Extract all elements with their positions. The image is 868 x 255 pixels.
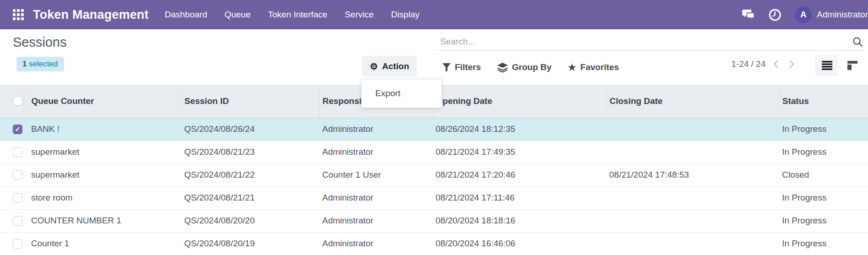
row-checkbox[interactable] [13, 193, 22, 203]
cell-responsible[interactable]: Administrator [319, 186, 432, 209]
row-checkbox-cell [0, 209, 24, 232]
table-body: BANK ! QS/2024/08/26/24 Administrator 08… [0, 118, 868, 255]
nav-item-display[interactable]: Display [383, 0, 428, 29]
app-title[interactable]: Token Management [33, 8, 149, 22]
table-row[interactable]: Counter 1 QS/2024/08/20/19 Administrator… [0, 232, 868, 255]
selected-label: selected [29, 60, 58, 68]
select-all-checkbox[interactable] [13, 96, 22, 106]
cell-session-id[interactable]: QS/2024/08/21/23 [181, 141, 319, 163]
column-header-closing-date[interactable]: Closing Date [606, 85, 779, 118]
cell-queue-counter[interactable]: COUNTER NUMBER 1 [24, 209, 181, 232]
apps-grid-icon[interactable] [13, 9, 24, 20]
cell-responsible[interactable]: Administrator [319, 209, 432, 232]
cell-opening-date[interactable]: 08/21/2024 17:11:46 [432, 186, 606, 209]
user-menu[interactable]: Administrator [817, 10, 868, 20]
apps-grid-glyph [13, 9, 24, 20]
cell-closing-date[interactable]: 08/21/2024 17:48:53 [606, 163, 779, 186]
list-view-button[interactable] [815, 55, 839, 76]
favorites-label: Favorites [580, 62, 619, 72]
pager-previous-button[interactable] [771, 59, 781, 70]
cell-session-id[interactable]: QS/2024/08/21/22 [181, 163, 319, 186]
cell-queue-counter[interactable]: BANK ! [24, 118, 181, 141]
chevron-left-icon [772, 60, 780, 69]
cell-closing-date[interactable] [606, 232, 779, 255]
nav-item-dashboard[interactable]: Dashboard [156, 0, 216, 29]
kanban-view-button[interactable] [841, 55, 864, 76]
cell-status[interactable]: In Progress [779, 232, 868, 255]
row-checkbox-cell [0, 118, 24, 141]
table-row[interactable]: store room QS/2024/08/21/21 Administrato… [0, 186, 868, 209]
cell-status[interactable]: Closed [779, 163, 868, 186]
cell-closing-date[interactable] [606, 186, 779, 209]
cell-opening-date[interactable]: 08/26/2024 18:12:35 [432, 118, 606, 141]
table-row[interactable]: supermarket QS/2024/08/21/23 Administrat… [0, 141, 868, 163]
cell-responsible[interactable]: Administrator [319, 118, 432, 141]
star-icon: ★ [568, 63, 576, 72]
selected-count: 1 [22, 60, 27, 68]
activities-clock-icon[interactable] [769, 9, 781, 21]
selected-count-badge: 1 selected [16, 57, 64, 71]
cell-status[interactable]: In Progress [779, 186, 868, 209]
cell-status[interactable]: In Progress [779, 209, 868, 232]
cell-session-id[interactable]: QS/2024/08/20/20 [181, 209, 319, 232]
cell-queue-counter[interactable]: store room [24, 186, 181, 209]
column-header-status[interactable]: Status [779, 85, 868, 118]
cell-opening-date[interactable]: 08/21/2024 17:49:35 [432, 141, 606, 163]
row-checkbox-cell [0, 163, 24, 186]
column-header-session-id[interactable]: Session ID [181, 85, 319, 118]
column-header-queue-counter[interactable]: Queue Counter [24, 85, 181, 118]
layers-icon [497, 63, 508, 72]
app-window: Token Management Dashboard Queue Token I… [0, 0, 868, 255]
cell-opening-date[interactable]: 08/20/2024 16:46:06 [432, 232, 606, 255]
action-button[interactable]: ⚙ Action [362, 56, 417, 76]
cell-opening-date[interactable]: 08/20/2024 18:18:16 [432, 209, 606, 232]
main-menu: Dashboard Queue Token Interface Service … [156, 0, 428, 29]
cell-responsible[interactable]: Counter 1 User [319, 163, 432, 186]
filters-label: Filters [455, 62, 481, 72]
cell-closing-date[interactable] [606, 141, 779, 163]
menu-item-export[interactable]: Export [362, 83, 442, 104]
group-by-button[interactable]: Group By [497, 62, 552, 72]
action-button-label: Action [382, 61, 409, 71]
pager-next-button[interactable] [787, 59, 797, 70]
top-navbar: Token Management Dashboard Queue Token I… [0, 0, 868, 29]
favorites-button[interactable]: ★ Favorites [568, 62, 619, 72]
cell-status[interactable]: In Progress [779, 141, 868, 163]
row-checkbox-cell [0, 141, 24, 163]
row-checkbox[interactable] [13, 125, 22, 134]
cell-session-id[interactable]: QS/2024/08/21/21 [181, 186, 319, 209]
search-input[interactable] [437, 37, 852, 47]
navbar-systray: A Administrator [742, 0, 868, 29]
avatar[interactable]: A [795, 6, 812, 23]
cell-responsible[interactable]: Administrator [319, 232, 432, 255]
cell-session-id[interactable]: QS/2024/08/26/24 [181, 118, 319, 141]
cell-opening-date[interactable]: 08/21/2024 17:20:46 [432, 163, 606, 186]
cell-queue-counter[interactable]: supermarket [24, 163, 181, 186]
search-options: Filters Group By ★ Favorites [442, 58, 619, 77]
cell-session-id[interactable]: QS/2024/08/20/19 [181, 232, 319, 255]
chevron-right-icon [788, 60, 796, 69]
row-checkbox[interactable] [13, 170, 22, 180]
row-checkbox[interactable] [13, 239, 22, 249]
row-checkbox-cell [0, 186, 24, 209]
cell-responsible[interactable]: Administrator [319, 141, 432, 163]
cell-closing-date[interactable] [606, 209, 779, 232]
table-row[interactable]: BANK ! QS/2024/08/26/24 Administrator 08… [0, 118, 868, 141]
group-by-label: Group By [512, 62, 552, 72]
cell-queue-counter[interactable]: supermarket [24, 141, 181, 163]
search-icon[interactable] [852, 37, 863, 47]
row-checkbox[interactable] [13, 216, 22, 226]
row-checkbox[interactable] [13, 147, 22, 157]
nav-item-queue[interactable]: Queue [216, 0, 259, 29]
table-row[interactable]: COUNTER NUMBER 1 QS/2024/08/20/20 Admini… [0, 209, 868, 232]
cell-closing-date[interactable] [606, 118, 779, 141]
control-panel: Sessions 1 selected ⚙ Action Export [0, 29, 868, 85]
cell-status[interactable]: In Progress [779, 118, 868, 141]
filters-button[interactable]: Filters [442, 62, 481, 72]
table-row[interactable]: supermarket QS/2024/08/21/22 Counter 1 U… [0, 163, 868, 186]
cell-queue-counter[interactable]: Counter 1 [24, 232, 181, 255]
messages-icon[interactable] [742, 9, 755, 21]
nav-item-service[interactable]: Service [336, 0, 382, 29]
nav-item-token-interface[interactable]: Token Interface [259, 0, 336, 29]
column-header-opening-date[interactable]: Opening Date [432, 85, 606, 118]
